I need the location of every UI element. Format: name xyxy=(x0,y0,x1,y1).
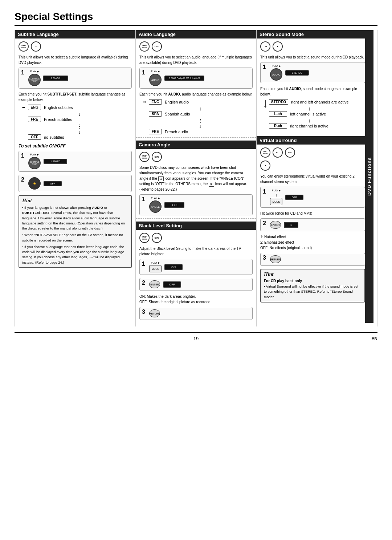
audio-step1: 1 PLAY ▶ AUDIO 1.ENG Dolby D 3/2.1ch 48k… xyxy=(139,68,253,89)
hint2-box: Hint For CD play back only • Virtual Sur… xyxy=(260,269,365,303)
stereo-col: Stereo Sound Mode CD ● This unit allows … xyxy=(257,30,377,326)
vs-enter-btn: ENTER xyxy=(270,221,281,229)
hint2-subtitle: For CD play back only xyxy=(264,279,362,283)
camera-step1: 1 PLAY ▶ ANGLE 1 / 8 xyxy=(139,194,253,215)
stereo-icons: CD ● xyxy=(260,41,365,52)
audio-body-text: This unit allows you to select an audio … xyxy=(139,54,253,65)
subtitle-screen: 1.ENG/6 xyxy=(43,76,68,81)
camera-angle-header: Camera Angle xyxy=(136,141,256,149)
lang-fre: ➡ FRE French subtitles xyxy=(22,117,132,122)
vs-return-btn: RETURN xyxy=(270,255,281,263)
black-dvd-icon2: DVD xyxy=(152,233,162,243)
black-dvd-icon: DVDVIDEO xyxy=(139,233,150,243)
subtitle-onoff-step2: 2 👆 OFF xyxy=(19,175,132,192)
vs-hit-twice: Hit twice (once for CD and MP3) xyxy=(260,211,365,216)
hint-title: Hint xyxy=(22,198,128,204)
black-enter-btn: ENTER xyxy=(149,280,160,288)
subtitle-lang-list: ➡ ENG English subtitles ↓ ➡ FRE French s… xyxy=(22,105,132,140)
vs-mp3-icon: MP3 xyxy=(285,147,295,158)
subtitle-step1: 1 PLAY ▶ SUBTITLET-SET 1.ENG/6 xyxy=(19,68,132,89)
audio-lang-list: ➡ ENG English audio ↓ ➡ SPA Spanish audi… xyxy=(143,99,253,134)
stereo-each-time: Each time you hit AUDIO, sound mode chan… xyxy=(260,86,365,97)
black-level-header: Black Level Setting xyxy=(136,222,256,230)
stereo-mode-stereo: STEREO right and left channels are activ… xyxy=(269,99,349,105)
vs-dvd-icon: DVDVIDEO xyxy=(260,147,270,158)
stereo-screen: STEREO xyxy=(285,70,309,76)
vs-cd-icon: CD xyxy=(273,147,283,158)
black-screen2: OFF xyxy=(163,281,181,288)
audio-dvd-icon2: DVD xyxy=(152,41,162,52)
subtitle-icons: DVDVIDEO DVD xyxy=(19,41,132,52)
audio-language-header: Audio Language xyxy=(136,30,256,38)
subtitle-remote-btn: SUBTITLET-SET xyxy=(28,74,41,86)
page-title: Special Settings xyxy=(15,11,377,26)
stereo-mode-rch: R-ch right channel is active xyxy=(269,123,349,129)
lang-off: ➡ OFF no subtitles xyxy=(22,134,132,140)
dvd-icon: DVDVIDEO xyxy=(19,41,29,52)
subtitle-each-time: Each time you hit SUBTITLE/T-SET, subtit… xyxy=(19,92,132,102)
en-label: EN xyxy=(371,336,377,341)
audio-spa: ➡ SPA Spanish audio xyxy=(143,111,253,117)
audio-screen: 1.ENG Dolby D 3/2.1ch 48k/3 xyxy=(164,76,204,81)
audio-dvd-icon: DVDVIDEO xyxy=(139,41,150,52)
black-icons: DVDVIDEO DVD xyxy=(139,233,253,243)
subtitle-onoff-step1: 1 PLAY ▶ SUBTITLET-SET 1.ENG/6 xyxy=(19,151,132,172)
stereo-mode-list: STEREO right and left channels are activ… xyxy=(264,99,365,130)
dvd-icon2: DVD xyxy=(31,41,41,52)
black-step2: 2 ENTER OFF xyxy=(139,278,253,291)
virtual-body: You can enjoy stereophonic virtual world… xyxy=(260,174,365,184)
black-mode-btn: MODE xyxy=(149,265,162,272)
camera-body-text: Some DVD discs may contain scenes which … xyxy=(139,165,253,192)
hint-box: Hint • If your language is not shown aft… xyxy=(19,195,132,268)
separator2 xyxy=(136,218,256,219)
virtual-disc-icon-row: ● xyxy=(260,161,365,171)
subtitle-body-text: This unit allows you to select a subtitl… xyxy=(19,54,132,65)
audio-eng: ➡ ENG English audio xyxy=(143,99,253,105)
vs-disc2: ● xyxy=(260,161,270,171)
subtitle-onoff-header: To set subtitle ON/OFF xyxy=(19,143,132,149)
black-return-btn: RETURN xyxy=(149,309,160,317)
vs-screen2: 1 xyxy=(284,222,298,228)
vs-mode-btn: MODE xyxy=(270,198,282,205)
page-number: – 19 – xyxy=(189,336,203,341)
virtual-icons: DVDVIDEO CD MP3 xyxy=(260,147,365,158)
hint2-title: Hint xyxy=(264,272,362,277)
audio-fre: ➡ FRE French audio xyxy=(143,129,253,134)
subtitle-onoff-remote: SUBTITLET-SET xyxy=(28,157,41,169)
audio-icons: DVDVIDEO DVD xyxy=(139,41,253,52)
stereo-disc-icon: ● xyxy=(273,41,283,52)
vs-screen1: OFF xyxy=(285,195,303,200)
subtitle-language-col: Subtitle Language DVDVIDEO DVD This unit… xyxy=(15,30,136,326)
vs-step2: 2 ENTER 1 xyxy=(260,218,365,231)
camera-dvd-icon2: DVD xyxy=(152,152,162,162)
subtitle-onoff-section: To set subtitle ON/OFF 1 PLAY ▶ SUBTITLE… xyxy=(19,143,132,192)
vs-effects-list: 1: Natural effect 2: Emphasized effect O… xyxy=(260,234,365,251)
page-footer: – 19 – EN xyxy=(15,332,377,341)
separator1 xyxy=(136,137,256,138)
vs-step1: 1 PLAY ▶ ↓ MODE OFF xyxy=(260,187,365,208)
black-step1: 1 PLAY ▶ MODE ON xyxy=(139,259,253,275)
black-step3: 3 RETURN xyxy=(139,307,253,320)
subtitle-onoff-remote2: 👆 xyxy=(28,177,41,190)
black-screen1: ON xyxy=(164,264,183,270)
dvd-functions-label: DVD Functions xyxy=(365,30,373,323)
camera-remote: ANGLE xyxy=(149,200,162,213)
audio-each-time: Each time you hit AUDIO, audio language … xyxy=(139,92,253,97)
stereo-body-text: This unit allows you to select a sound m… xyxy=(260,54,365,60)
subtitle-language-header: Subtitle Language xyxy=(15,30,135,38)
lang-eng: ➡ ENG English subtitles xyxy=(22,105,132,110)
camera-dvd-icon: DVDVIDEO xyxy=(139,152,150,162)
subtitle-onoff-screen2: OFF xyxy=(44,181,62,186)
hint2-text: • Virtual Surround will not be effective… xyxy=(264,284,362,300)
audio-remote: AUDIO xyxy=(149,74,162,86)
subtitle-onoff-screen1: 1.ENG/6 xyxy=(44,159,67,164)
black-body-text: Adjust the Black Level Setting to make t… xyxy=(139,246,253,257)
stereo-header: Stereo Sound Mode xyxy=(257,30,369,38)
separator3 xyxy=(257,133,369,133)
vs-step3: 3 RETURN xyxy=(260,253,365,266)
stereo-step1: 1 PLAY ▶ AUDIO STEREO xyxy=(260,62,365,83)
hint-text: • If your language is not shown after pr… xyxy=(22,205,128,265)
audio-col: Audio Language DVDVIDEO DVD This unit al… xyxy=(136,30,257,326)
black-notes: ON: Makes the dark areas brighter. OFF: … xyxy=(139,294,253,305)
stereo-audio-remote: AUDIO xyxy=(270,68,282,81)
